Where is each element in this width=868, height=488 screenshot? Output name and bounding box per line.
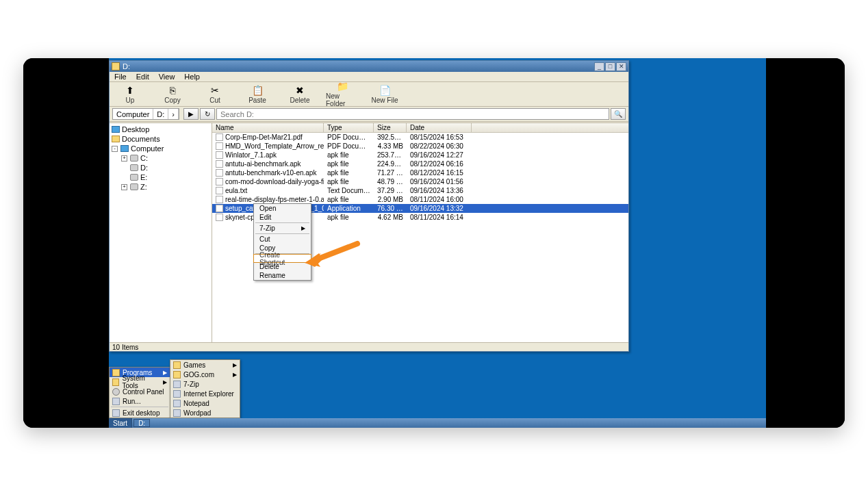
submenu-item[interactable]: Internet Explorer [170,389,240,398]
gear-icon [112,388,120,396]
file-icon [216,214,223,221]
address-bar: ComputerD:› ▶ ↻ 🔍 [110,107,628,122]
bezel-right [766,58,845,428]
ctx-edit[interactable]: Edit [254,213,311,222]
search-button[interactable]: 🔍 [611,108,626,120]
expand-icon[interactable]: - [112,146,118,152]
ctx-rename[interactable]: Rename [254,271,311,280]
file-row[interactable]: antutu-ai-benchmark.apkapk file224.92 MB… [212,159,628,168]
file-icon [216,133,223,141]
start-menu[interactable]: Programs▶System Tools▶Control PanelRun..… [109,367,170,418]
go-button[interactable]: ▶ [183,108,199,120]
menu-edit[interactable]: Edit [131,72,154,81]
new-folder-button[interactable]: 📁New Folder [326,81,359,107]
close-button[interactable]: ✕ [616,62,626,71]
ctx-create-shortcut[interactable]: Create Shortcut [253,254,311,263]
submenu-item[interactable]: 7-Zip [170,379,240,389]
copy-button[interactable]: ⎘Copy [156,85,189,104]
submenu-item[interactable]: Games▶ [170,360,240,370]
tree-node[interactable]: +Z: [110,182,212,192]
column-header[interactable]: Date [407,123,472,132]
app-icon [112,398,120,405]
window-title: D: [123,62,130,70]
file-row[interactable]: HMD_Word_Template_Arrow_repair_...PDF Do… [212,142,628,151]
drv-icon [130,183,138,190]
stage-wrapper: D: _ □ ✕ FileEditViewHelp ⬆Up⎘Copy✂Cut📋P… [23,58,845,428]
menubar: FileEditViewHelp [110,72,628,82]
column-headers[interactable]: NameTypeSizeDate [212,123,628,133]
file-icon [216,187,223,194]
tree-node[interactable]: E: [110,172,212,182]
start-item[interactable]: Exit desktop [110,408,170,418]
folder-tree[interactable]: DesktopDocuments-Computer+C:D:E:+Z: [110,123,212,342]
ctx-7-zip[interactable]: 7-Zip▶ [254,224,311,233]
start-item[interactable]: Run... [110,396,170,406]
new-file-button-icon: 📄 [379,85,390,96]
paste-button[interactable]: 📋Paste [241,85,274,104]
column-header[interactable]: Size [374,123,407,132]
context-menu[interactable]: OpenEdit7-Zip▶CutCopyCreate ShortcutDele… [253,203,311,281]
crumb[interactable]: Computer [113,109,153,119]
crumb[interactable]: D: [153,109,168,119]
file-row[interactable]: antutu-benchmark-v10-en.apkapk file71.27… [212,168,628,177]
tree-node[interactable]: Desktop [110,125,212,134]
start-item[interactable]: System Tools▶ [110,377,170,387]
submenu-item[interactable]: GOG.com▶ [170,370,240,379]
toolbar: ⬆Up⎘Copy✂Cut📋Paste✖Delete📁New Folder📄New… [110,82,628,107]
file-icon [216,142,223,150]
file-row[interactable]: com-mod-download-daily-yoga-fitne...apk … [212,177,628,186]
new-file-button[interactable]: 📄New File [368,85,401,104]
file-icon [216,169,223,177]
taskbar-item[interactable]: D: [133,419,150,427]
submenu-item[interactable]: Wordpad [170,408,240,418]
dsk-icon [120,145,129,152]
breadcrumb[interactable]: ComputerD:› [112,108,179,120]
cut-button[interactable]: ✂Cut [199,85,231,104]
tree-node[interactable]: Documents [110,134,212,144]
drv-icon [130,164,138,171]
column-header[interactable]: Name [212,123,324,132]
ctx-open[interactable]: Open [254,204,311,213]
file-icon [216,196,223,203]
tree-node[interactable]: -Computer [110,144,212,153]
file-icon [216,160,223,168]
desktop[interactable]: D: _ □ ✕ FileEditViewHelp ⬆Up⎘Copy✂Cut📋P… [109,58,766,428]
titlebar[interactable]: D: _ □ ✕ [110,61,628,72]
fld-icon [112,136,120,142]
file-row[interactable]: Corp-Emp-Det-Mar21.pdfPDF Document392.50… [212,133,628,142]
programs-submenu[interactable]: Games▶GOG.com▶7-ZipInternet ExplorerNote… [170,359,240,418]
app-icon [112,409,120,417]
tree-node[interactable]: +C: [110,153,212,163]
app-icon [173,390,181,398]
expand-icon[interactable]: + [121,155,127,162]
up-button[interactable]: ⬆Up [114,85,146,104]
maximize-button[interactable]: □ [605,62,615,71]
fld-icon [173,371,181,378]
menu-help[interactable]: Help [179,72,205,81]
menu-view[interactable]: View [154,72,180,81]
refresh-button[interactable]: ↻ [200,108,215,120]
search-input[interactable] [216,108,609,120]
minimize-button[interactable]: _ [594,62,604,71]
fld-icon [112,369,120,376]
expand-icon[interactable]: + [121,184,127,190]
menu-file[interactable]: File [110,72,131,81]
taskbar[interactable]: Start D: [109,418,766,428]
copy-button-icon: ⎘ [167,85,178,96]
ctx-cut[interactable]: Cut [254,235,311,244]
crumb-chevron[interactable]: › [168,109,179,119]
delete-button[interactable]: ✖Delete [283,85,316,104]
column-header[interactable]: Type [324,123,374,132]
start-item[interactable]: Control Panel [110,387,170,396]
drive-icon [112,62,120,70]
new-folder-button-icon: 📁 [337,81,348,92]
start-button[interactable]: Start [109,418,132,428]
drv-icon [130,174,138,181]
dsk-icon [112,126,120,133]
fld-icon [112,378,119,386]
tree-node[interactable]: D: [110,163,212,172]
submenu-item[interactable]: Notepad [170,398,240,408]
file-row[interactable]: eula.txtText Document37.29 KB09/16/2024 … [212,186,628,195]
file-row[interactable]: Winlator_7.1.apkapk file253.73 MB09/16/2… [212,151,628,159]
paste-button-icon: 📋 [252,85,263,96]
